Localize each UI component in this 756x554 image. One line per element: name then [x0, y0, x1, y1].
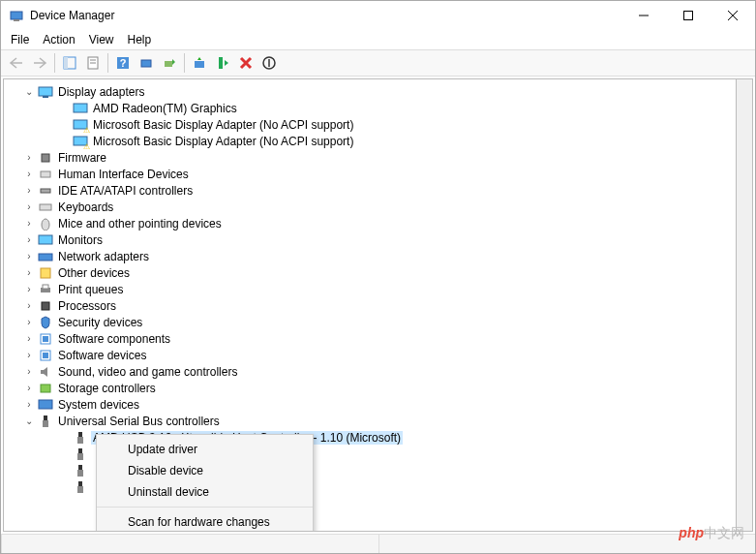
menu-view[interactable]: View [83, 31, 120, 48]
svg-rect-21 [74, 120, 87, 129]
collapse-icon[interactable]: ⌄ [23, 86, 35, 98]
maximize-button[interactable] [666, 1, 711, 30]
expand-icon[interactable]: › [23, 185, 35, 197]
svg-rect-47 [77, 470, 83, 477]
vertical-scrollbar[interactable] [737, 78, 753, 532]
content-area: ⌄ Display adapters AMD Radeon(TM) Graphi… [1, 77, 755, 534]
menu-help[interactable]: Help [122, 31, 158, 48]
uninstall-button[interactable] [234, 51, 257, 75]
svg-rect-44 [78, 448, 82, 453]
show-hide-button[interactable] [58, 51, 81, 75]
context-uninstall-device[interactable]: Uninstall device [97, 481, 313, 503]
svg-rect-26 [40, 204, 51, 210]
expand-icon[interactable]: › [23, 317, 35, 328]
context-update-driver[interactable]: Update driver [97, 439, 313, 460]
expand-icon[interactable]: › [23, 284, 35, 295]
svg-rect-41 [43, 420, 48, 427]
svg-rect-28 [39, 235, 52, 244]
expand-icon[interactable]: › [23, 251, 35, 262]
tree-node-usb[interactable]: ⌄ Universal Serial Bus controllers [6, 413, 734, 429]
svg-rect-35 [43, 336, 48, 342]
svg-rect-45 [77, 453, 83, 460]
minimize-button[interactable] [621, 1, 666, 30]
tree-leaf[interactable]: AMD Radeon(TM) Graphics [6, 100, 734, 116]
tree-node-print[interactable]: ›Print queues [6, 281, 734, 297]
svg-rect-14 [165, 61, 172, 67]
tree-node-processors[interactable]: ›Processors [6, 297, 734, 314]
expand-icon[interactable]: › [23, 218, 35, 230]
svg-rect-19 [43, 96, 48, 98]
expand-icon[interactable]: › [23, 152, 35, 164]
monitor-icon [38, 232, 53, 248]
expand-icon[interactable]: › [23, 399, 35, 411]
svg-rect-24 [41, 171, 50, 177]
expand-icon[interactable]: › [23, 366, 35, 378]
update-driver-button[interactable] [188, 51, 211, 75]
tree-node-mice[interactable]: ›Mice and other pointing devices [6, 215, 734, 231]
usb-icon [73, 446, 88, 462]
svg-rect-49 [77, 486, 83, 493]
printer-icon [38, 282, 53, 297]
tree-node-keyboards[interactable]: ›Keyboards [6, 199, 734, 215]
add-legacy-button[interactable] [158, 51, 181, 75]
sound-icon [38, 364, 53, 380]
display-adapter-warning-icon [73, 117, 88, 133]
svg-rect-38 [41, 385, 50, 392]
forward-button[interactable] [28, 51, 51, 75]
display-adapter-icon [38, 84, 53, 100]
ide-icon [38, 183, 53, 199]
separator [54, 53, 55, 73]
tree-node-ide[interactable]: ›IDE ATA/ATAPI controllers [6, 182, 734, 199]
keyboard-icon [38, 200, 53, 215]
expand-icon[interactable]: › [23, 333, 35, 345]
tree-node-display-adapters[interactable]: ⌄ Display adapters [6, 83, 734, 100]
menu-file[interactable]: File [5, 31, 35, 48]
menubar: File Action View Help [1, 30, 755, 49]
tree-node-sound[interactable]: ›Sound, video and game controllers [6, 363, 734, 380]
tree-leaf[interactable]: Microsoft Basic Display Adapter (No ACPI… [6, 116, 734, 133]
back-button[interactable] [5, 51, 28, 75]
svg-rect-18 [39, 87, 52, 96]
watermark: php中文网 [679, 525, 744, 542]
svg-rect-3 [684, 12, 693, 20]
toolbar: ? [1, 49, 755, 77]
disable-button[interactable] [257, 51, 281, 75]
expand-icon[interactable]: › [23, 201, 35, 213]
enable-button[interactable] [211, 51, 234, 75]
expand-icon[interactable]: › [23, 350, 35, 361]
tree-node-network[interactable]: ›Network adapters [6, 248, 734, 264]
tree-node-swcomp[interactable]: ›Software components [6, 330, 734, 347]
tree-node-hid[interactable]: ›Human Interface Devices [6, 166, 734, 182]
collapse-icon[interactable]: ⌄ [23, 416, 35, 427]
tree-node-monitors[interactable]: ›Monitors [6, 231, 734, 248]
close-button[interactable] [711, 1, 755, 30]
expand-icon[interactable]: › [23, 169, 35, 180]
tree-leaf[interactable]: Microsoft Basic Display Adapter (No ACPI… [6, 133, 734, 149]
menu-separator [97, 507, 313, 508]
device-tree[interactable]: ⌄ Display adapters AMD Radeon(TM) Graphi… [3, 78, 737, 532]
mouse-icon [38, 216, 53, 231]
expand-icon[interactable]: › [23, 300, 35, 312]
tree-node-swdev[interactable]: ›Software devices [6, 347, 734, 363]
help-button[interactable]: ? [111, 51, 135, 75]
tree-node-storage[interactable]: ›Storage controllers [6, 380, 734, 396]
scan-button[interactable] [135, 51, 158, 75]
menu-action[interactable]: Action [37, 31, 80, 48]
expand-icon[interactable]: › [23, 383, 35, 394]
tree-node-other[interactable]: ›Other devices [6, 264, 734, 281]
tree-node-firmware[interactable]: ›Firmware [6, 149, 734, 166]
display-adapter-icon [73, 101, 88, 116]
expand-icon[interactable]: › [23, 234, 35, 246]
context-scan-hardware[interactable]: Scan for hardware changes [97, 511, 313, 532]
device-manager-icon [9, 8, 24, 23]
tree-node-system[interactable]: ›System devices [6, 396, 734, 413]
tree-node-security[interactable]: ›Security devices [6, 314, 734, 330]
titlebar: Device Manager [1, 1, 755, 30]
svg-rect-16 [219, 57, 223, 69]
expand-icon[interactable]: › [23, 267, 35, 279]
properties-button[interactable] [81, 51, 105, 75]
context-disable-device[interactable]: Disable device [97, 460, 313, 481]
svg-rect-48 [78, 481, 82, 486]
system-icon [38, 397, 53, 413]
display-adapter-warning-icon [73, 134, 88, 149]
